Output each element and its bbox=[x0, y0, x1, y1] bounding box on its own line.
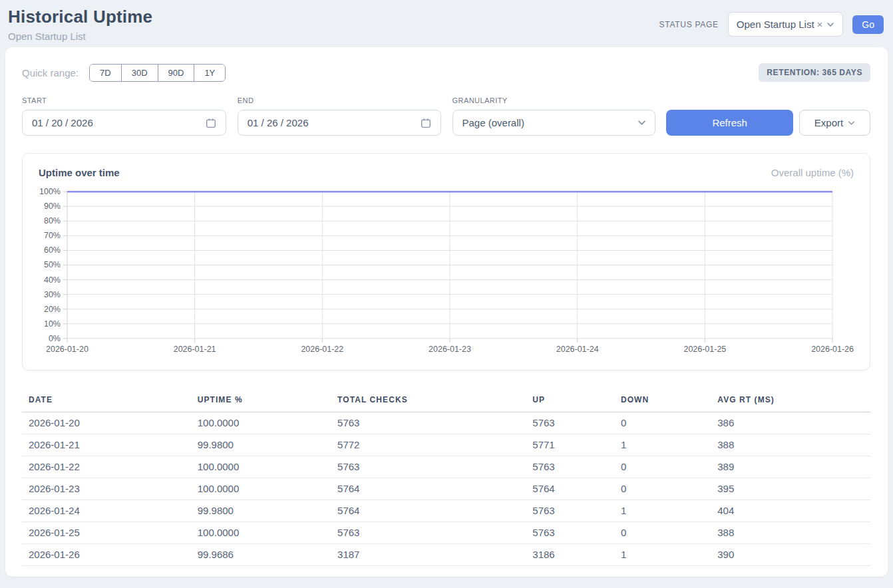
table-cell: 0 bbox=[614, 478, 711, 500]
page-subtitle: Open Startup List bbox=[8, 31, 152, 42]
calendar-icon[interactable] bbox=[205, 117, 217, 129]
go-button[interactable]: Go bbox=[852, 15, 884, 34]
table-row: 2026-01-2199.9800577257711388 bbox=[22, 434, 870, 456]
table-header: DATE UPTIME % TOTAL CHECKS UP DOWN AVG R… bbox=[22, 389, 870, 412]
table-cell: 3187 bbox=[331, 544, 526, 566]
chart-legend: Overall uptime (%) bbox=[771, 167, 854, 178]
uptime-chart-svg: 0%10%20%30%40%50%60%70%80%90%100%2026-01… bbox=[39, 184, 854, 362]
main-panel: Quick range: 7D 30D 90D 1Y RETENTION: 36… bbox=[5, 47, 888, 577]
clear-selection-icon[interactable]: × bbox=[817, 19, 823, 30]
end-date-label: END bbox=[238, 96, 441, 104]
svg-text:70%: 70% bbox=[44, 231, 61, 240]
end-date-input[interactable]: 01 / 26 / 2026 bbox=[238, 110, 441, 136]
svg-text:80%: 80% bbox=[44, 216, 61, 225]
chevron-down-icon bbox=[826, 22, 834, 27]
svg-text:40%: 40% bbox=[44, 275, 61, 285]
svg-text:10%: 10% bbox=[44, 319, 61, 329]
table-cell: 5764 bbox=[526, 478, 614, 500]
svg-text:2026-01-23: 2026-01-23 bbox=[429, 345, 471, 354]
quick-range-1y[interactable]: 1Y bbox=[194, 65, 225, 81]
retention-badge: RETENTION: 365 DAYS bbox=[759, 63, 870, 82]
svg-text:30%: 30% bbox=[44, 290, 61, 299]
table-cell: 5763 bbox=[331, 412, 526, 434]
quick-range-row: Quick range: 7D 30D 90D 1Y RETENTION: 36… bbox=[22, 63, 870, 82]
quick-range-7d[interactable]: 7D bbox=[90, 65, 122, 81]
table-cell: 386 bbox=[711, 412, 870, 434]
table-cell: 100.0000 bbox=[191, 456, 331, 478]
header-right: STATUS PAGE Open Startup List × Go bbox=[659, 12, 884, 37]
start-date-label: START bbox=[22, 96, 226, 104]
export-button[interactable]: Export bbox=[799, 110, 870, 136]
chart-header: Uptime over time Overall uptime (%) bbox=[39, 167, 854, 178]
svg-text:90%: 90% bbox=[44, 202, 61, 211]
chevron-down-icon bbox=[848, 120, 855, 126]
quick-range-group: Quick range: 7D 30D 90D 1Y bbox=[22, 64, 226, 82]
quick-range-buttons: 7D 30D 90D 1Y bbox=[89, 64, 226, 82]
chevron-down-icon bbox=[637, 120, 646, 126]
start-date-value: 01 / 20 / 2026 bbox=[32, 117, 93, 128]
svg-text:2026-01-21: 2026-01-21 bbox=[174, 345, 216, 354]
granularity-label: GRANULARITY bbox=[452, 96, 656, 104]
table-row: 2026-01-2699.9686318731861390 bbox=[22, 544, 870, 566]
svg-text:20%: 20% bbox=[44, 305, 61, 314]
table-cell: 2026-01-21 bbox=[22, 434, 191, 456]
table-row: 2026-01-23100.0000576457640395 bbox=[22, 478, 870, 500]
table-cell: 5764 bbox=[331, 478, 526, 500]
table-cell: 2026-01-25 bbox=[22, 522, 191, 544]
uptime-chart-card: Uptime over time Overall uptime (%) 0%10… bbox=[22, 153, 870, 370]
table-cell: 1 bbox=[614, 434, 711, 456]
table-cell: 5764 bbox=[331, 500, 526, 522]
column-header-uptime: UPTIME % bbox=[191, 389, 331, 412]
table-cell: 0 bbox=[614, 456, 711, 478]
table-cell: 2026-01-22 bbox=[22, 456, 191, 478]
controls-row: START 01 / 20 / 2026 END 01 / 26 / 2026 bbox=[22, 96, 870, 136]
page-title: Historical Uptime bbox=[8, 7, 152, 27]
table-cell: 5771 bbox=[526, 434, 614, 456]
column-header-down: DOWN bbox=[614, 389, 711, 412]
svg-text:100%: 100% bbox=[39, 187, 61, 196]
table-cell: 388 bbox=[711, 522, 870, 544]
table-cell: 2026-01-26 bbox=[22, 544, 191, 566]
table-cell: 5763 bbox=[526, 412, 614, 434]
svg-text:2026-01-24: 2026-01-24 bbox=[556, 345, 599, 354]
quick-range-90d[interactable]: 90D bbox=[158, 65, 195, 81]
table-cell: 100.0000 bbox=[191, 478, 331, 500]
table-header-row: DATE UPTIME % TOTAL CHECKS UP DOWN AVG R… bbox=[22, 389, 870, 412]
column-header-date: DATE bbox=[22, 389, 191, 412]
granularity-select[interactable]: Page (overall) bbox=[452, 110, 656, 136]
granularity-field: GRANULARITY Page (overall) bbox=[452, 96, 656, 136]
end-date-value: 01 / 26 / 2026 bbox=[248, 117, 309, 128]
table-cell: 388 bbox=[711, 434, 870, 456]
table-cell: 5763 bbox=[331, 456, 526, 478]
table-cell: 2026-01-20 bbox=[22, 412, 191, 434]
svg-text:60%: 60% bbox=[44, 245, 61, 255]
chart-title: Uptime over time bbox=[39, 167, 120, 178]
page-header: Historical Uptime Open Startup List STAT… bbox=[0, 0, 893, 47]
status-page-value: Open Startup List bbox=[737, 19, 814, 30]
table-cell: 99.9800 bbox=[191, 434, 331, 456]
svg-text:0%: 0% bbox=[49, 334, 61, 343]
table-cell: 390 bbox=[711, 544, 870, 566]
column-header-total-checks: TOTAL CHECKS bbox=[331, 389, 526, 412]
status-page-select[interactable]: Open Startup List × bbox=[728, 12, 844, 37]
table-cell: 0 bbox=[614, 412, 711, 434]
quick-range-30d[interactable]: 30D bbox=[122, 65, 158, 81]
refresh-button[interactable]: Refresh bbox=[666, 110, 793, 136]
table-cell: 5772 bbox=[331, 434, 526, 456]
table-cell: 2026-01-24 bbox=[22, 500, 191, 522]
table-cell: 5763 bbox=[526, 456, 614, 478]
table-cell: 5763 bbox=[526, 522, 614, 544]
quick-range-label: Quick range: bbox=[22, 67, 79, 78]
svg-text:2026-01-20: 2026-01-20 bbox=[46, 345, 89, 354]
calendar-icon[interactable] bbox=[420, 117, 432, 129]
header-titles: Historical Uptime Open Startup List bbox=[8, 7, 152, 42]
status-page-label: STATUS PAGE bbox=[659, 20, 719, 29]
column-header-avg-rt: AVG RT (MS) bbox=[711, 389, 870, 412]
table-cell: 99.9686 bbox=[191, 544, 331, 566]
start-date-input[interactable]: 01 / 20 / 2026 bbox=[22, 110, 226, 136]
svg-text:2026-01-22: 2026-01-22 bbox=[301, 345, 343, 354]
export-label: Export bbox=[814, 117, 843, 128]
svg-text:2026-01-25: 2026-01-25 bbox=[683, 345, 726, 354]
table-cell: 0 bbox=[614, 522, 711, 544]
table-cell: 5763 bbox=[526, 500, 614, 522]
